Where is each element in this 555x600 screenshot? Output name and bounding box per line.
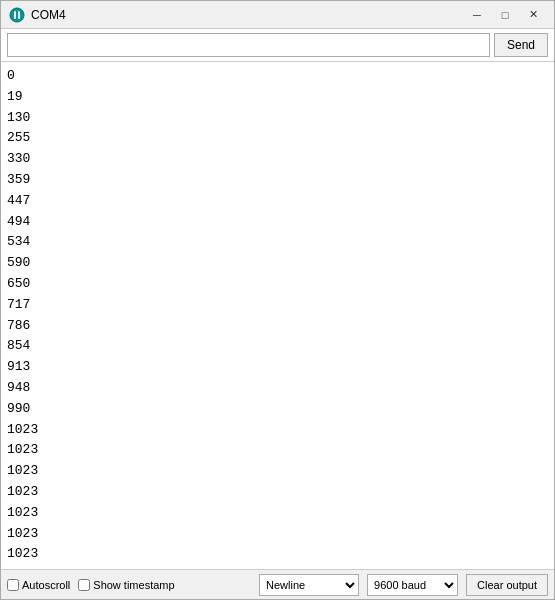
serial-line: 1023 bbox=[7, 503, 548, 524]
close-button[interactable]: ✕ bbox=[520, 5, 546, 25]
serial-line: 717 bbox=[7, 295, 548, 316]
serial-monitor-window: COM4 ─ □ ✕ Send 019130255330359447494534… bbox=[0, 0, 555, 600]
serial-line: 330 bbox=[7, 149, 548, 170]
serial-input[interactable] bbox=[7, 33, 490, 57]
serial-line: 1023 bbox=[7, 482, 548, 503]
serial-line: 1023 bbox=[7, 420, 548, 441]
show-timestamp-checkbox[interactable] bbox=[78, 579, 90, 591]
serial-line: 913 bbox=[7, 357, 548, 378]
toolbar: Send bbox=[1, 29, 554, 62]
serial-line: 1023 bbox=[7, 461, 548, 482]
serial-line: 359 bbox=[7, 170, 548, 191]
serial-line: 1023 bbox=[7, 524, 548, 545]
serial-line: 854 bbox=[7, 336, 548, 357]
svg-rect-2 bbox=[18, 11, 20, 19]
serial-line: 590 bbox=[7, 253, 548, 274]
autoscroll-label[interactable]: Autoscroll bbox=[7, 579, 70, 591]
autoscroll-checkbox[interactable] bbox=[7, 579, 19, 591]
autoscroll-text: Autoscroll bbox=[22, 579, 70, 591]
clear-output-button[interactable]: Clear output bbox=[466, 574, 548, 596]
serial-line: 0 bbox=[7, 66, 548, 87]
serial-line: 650 bbox=[7, 274, 548, 295]
serial-line: 786 bbox=[7, 316, 548, 337]
window-title: COM4 bbox=[31, 8, 464, 22]
serial-output-area: 0191302553303594474945345906507177868549… bbox=[1, 62, 554, 569]
serial-line: 255 bbox=[7, 128, 548, 149]
status-bar: Autoscroll Show timestamp No line ending… bbox=[1, 569, 554, 599]
app-icon bbox=[9, 7, 25, 23]
window-controls: ─ □ ✕ bbox=[464, 5, 546, 25]
serial-line: 19 bbox=[7, 87, 548, 108]
baud-select[interactable]: 300 baud1200 baud2400 baud4800 baud9600 … bbox=[367, 574, 458, 596]
serial-line: 534 bbox=[7, 232, 548, 253]
serial-line: 447 bbox=[7, 191, 548, 212]
serial-line: 130 bbox=[7, 108, 548, 129]
serial-line: 1023 bbox=[7, 440, 548, 461]
minimize-button[interactable]: ─ bbox=[464, 5, 490, 25]
newline-select[interactable]: No line endingNewlineCarriage returnBoth… bbox=[259, 574, 359, 596]
svg-rect-1 bbox=[14, 11, 16, 19]
svg-point-0 bbox=[10, 8, 24, 22]
show-timestamp-text: Show timestamp bbox=[93, 579, 174, 591]
maximize-button[interactable]: □ bbox=[492, 5, 518, 25]
send-button[interactable]: Send bbox=[494, 33, 548, 57]
serial-line: 948 bbox=[7, 378, 548, 399]
serial-line: 494 bbox=[7, 212, 548, 233]
serial-line: 990 bbox=[7, 399, 548, 420]
show-timestamp-label[interactable]: Show timestamp bbox=[78, 579, 174, 591]
serial-line: 1023 bbox=[7, 544, 548, 565]
title-bar: COM4 ─ □ ✕ bbox=[1, 1, 554, 29]
